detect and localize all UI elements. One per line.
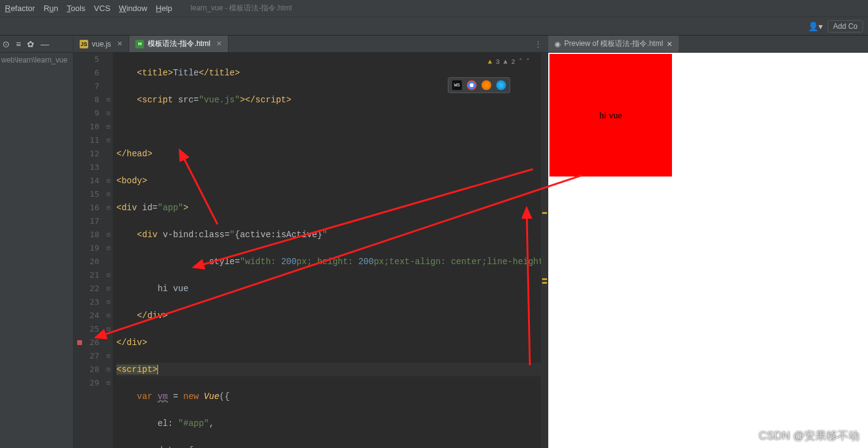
tab-options-icon[interactable]: ⋮ — [528, 36, 548, 52]
line-number: 5 — [74, 53, 99, 66]
line-number: 6 — [74, 66, 99, 80]
line-number: 9 — [74, 107, 99, 120]
line-number: 11 — [74, 134, 99, 147]
webstorm-preview-icon[interactable]: WS — [452, 80, 462, 90]
menu-window[interactable]: Window — [119, 4, 147, 13]
line-number: 14 — [74, 174, 99, 188]
line-number: 28 — [74, 363, 99, 376]
breakpoint-icon[interactable] — [77, 340, 82, 345]
line-number: 22 — [74, 282, 99, 295]
gutter[interactable]: 5 6 7 8 9 10 11 12 13 14 15 16 17 18 19 … — [74, 53, 104, 448]
line-number: 17 — [74, 215, 99, 228]
hide-icon[interactable]: — — [40, 39, 49, 49]
editor-tabs: JS vue.js ✕ H 模板语法-指令.html ✕ ⋮ — [74, 36, 548, 52]
tab-label: vue.js — [92, 40, 111, 48]
editor: 5 6 7 8 9 10 11 12 13 14 15 16 17 18 19 … — [74, 53, 548, 448]
line-number: 18 — [74, 228, 99, 241]
menu-help[interactable]: Help — [156, 4, 172, 13]
chevron-up-icon[interactable]: ˄ — [519, 55, 523, 69]
close-icon[interactable]: ✕ — [117, 40, 123, 48]
warning-count: 3 — [496, 55, 500, 69]
line-number: 25 — [74, 322, 99, 336]
js-file-icon: JS — [80, 40, 88, 48]
line-number: 19 — [74, 241, 99, 255]
select-opened-icon[interactable]: ⊙ — [2, 39, 10, 49]
line-number: 8 — [74, 93, 99, 107]
chevron-down-icon[interactable]: ˅ — [526, 55, 530, 69]
menu-run[interactable]: Run — [43, 4, 58, 13]
line-number: 15 — [74, 188, 99, 201]
edge-icon[interactable] — [496, 80, 506, 90]
menu-vcs[interactable]: VCS — [94, 4, 110, 13]
inspection-widget[interactable]: ▲3 ▲2 ˄ ˅ — [488, 55, 530, 69]
preview-tab-label: Preview of 模板语法-指令.html — [564, 39, 663, 49]
preview-tab-bar: ◉ Preview of 模板语法-指令.html ✕ — [548, 36, 868, 52]
preview-tab[interactable]: ◉ Preview of 模板语法-指令.html ✕ — [548, 36, 679, 52]
close-icon[interactable]: ✕ — [216, 40, 222, 48]
line-number: 27 — [74, 349, 99, 363]
menu-refactor[interactable]: Refactor — [5, 4, 35, 13]
settings-icon[interactable]: ✿ — [27, 39, 34, 49]
preview-icon: ◉ — [554, 40, 560, 48]
menu-bar: Refactor Run Tools VCS Window Help learn… — [0, 0, 868, 17]
firefox-icon[interactable] — [481, 80, 491, 90]
fold-column[interactable]: ⊟⊟⊟⊟ ⊟⊟⊟ ⊟⊟ ⊟⊟⊟⊟⊟ ⊟⊟⊟ — [104, 53, 113, 448]
avatar-icon[interactable]: 👤▾ — [808, 21, 823, 31]
html-file-icon: H — [135, 40, 144, 48]
line-number: 29 — [74, 376, 99, 390]
project-path[interactable]: web\learn\learn_vue — [0, 53, 73, 67]
preview-pane: hi vue — [548, 53, 868, 448]
error-stripe[interactable] — [541, 53, 548, 448]
line-number: 23 — [74, 295, 99, 309]
weak-warning-count: 2 — [511, 55, 515, 69]
toolbar-bar: 👤▾ Add Co — [0, 17, 868, 36]
line-number: 20 — [74, 255, 99, 268]
tab-label: 模板语法-指令.html — [148, 39, 210, 49]
tab-vuejs[interactable]: JS vue.js ✕ — [74, 36, 129, 52]
line-number: 16 — [74, 201, 99, 215]
weak-warning-icon: ▲ — [504, 55, 508, 69]
browser-preview-bar: WS — [448, 77, 510, 93]
project-view[interactable]: web\learn\learn_vue — [0, 53, 74, 448]
tab-row: ⊙ ≡ ✿ — JS vue.js ✕ H 模板语法-指令.html ✕ ⋮ ◉… — [0, 36, 868, 53]
preview-app-div: hi vue — [549, 54, 672, 177]
line-number: 12 — [74, 147, 99, 161]
line-number: 24 — [74, 309, 99, 322]
warning-icon: ▲ — [488, 55, 492, 69]
title-path: learn_vue - 模板语法-指令.html — [191, 3, 292, 13]
tab-template-html[interactable]: H 模板语法-指令.html ✕ — [129, 36, 228, 52]
line-number: 26 — [74, 336, 99, 349]
expand-all-icon[interactable]: ≡ — [16, 39, 21, 49]
line-number: 21 — [74, 268, 99, 282]
project-toolbar: ⊙ ≡ ✿ — — [0, 36, 74, 52]
chrome-icon[interactable] — [467, 80, 477, 90]
main-area: web\learn\learn_vue 5 6 7 8 9 10 11 12 1… — [0, 53, 868, 448]
line-number: 10 — [74, 120, 99, 134]
line-number: 13 — [74, 161, 99, 174]
line-number: 7 — [74, 80, 99, 93]
close-icon[interactable]: ✕ — [666, 40, 673, 48]
add-configuration-button[interactable]: Add Co — [828, 20, 863, 32]
code-area[interactable]: <title>Title</title> <script src="vue.js… — [113, 53, 541, 448]
menu-tools[interactable]: Tools — [67, 4, 85, 13]
watermark: CSDN @安果移不动 — [759, 428, 859, 443]
